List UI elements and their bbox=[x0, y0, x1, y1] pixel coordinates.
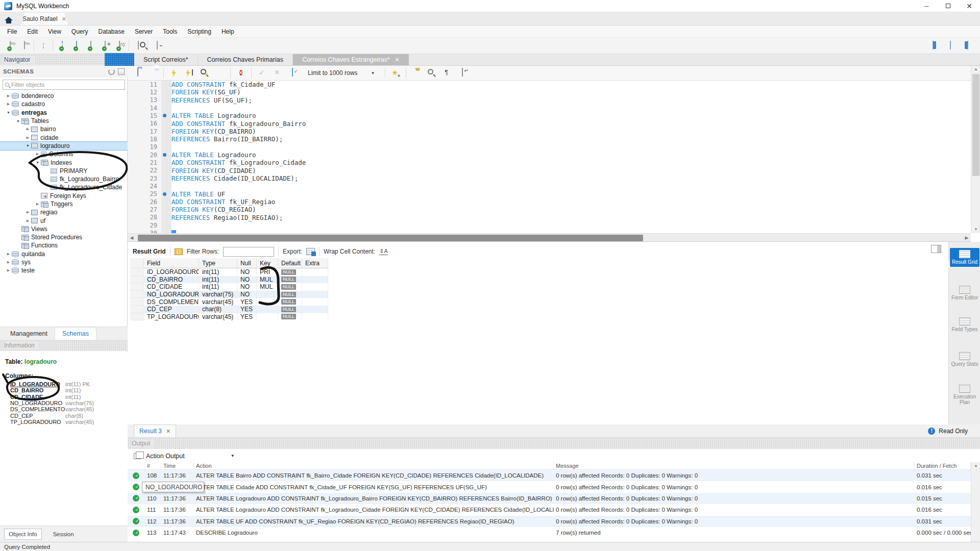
expander-icon[interactable] bbox=[34, 161, 41, 164]
toggle-right-sidebar-button[interactable] bbox=[961, 39, 975, 53]
collapse-schemas-icon[interactable] bbox=[118, 68, 125, 75]
cell-extra[interactable] bbox=[302, 283, 328, 291]
tree-item-triggers[interactable]: Triggers bbox=[0, 200, 128, 208]
column-header-type[interactable]: Type bbox=[199, 258, 237, 268]
cell-null[interactable]: NO bbox=[237, 283, 257, 291]
row-header[interactable] bbox=[130, 283, 144, 291]
editor-horizontal-scrollbar[interactable]: ◀ ▶ bbox=[128, 233, 971, 242]
menu-tools[interactable]: Tools bbox=[158, 26, 182, 37]
menu-edit[interactable]: Edit bbox=[22, 26, 43, 37]
cell-default[interactable]: NULL bbox=[278, 291, 302, 298]
result-tab-close-icon[interactable]: ✕ bbox=[166, 428, 170, 435]
tree-item-tables[interactable]: Tables bbox=[0, 117, 128, 125]
menu-view[interactable]: View bbox=[43, 26, 66, 37]
wrap-button[interactable] bbox=[455, 66, 470, 80]
scroll-down-icon[interactable]: ▼ bbox=[971, 226, 980, 233]
sidebar-field-types[interactable]: Field Types bbox=[950, 315, 979, 332]
menu-database[interactable]: Database bbox=[93, 26, 130, 37]
scroll-up-icon[interactable]: ▲ bbox=[971, 66, 980, 73]
output-row[interactable]: ✓10811:17:36ALTER TABLE Bairro ADD CONST… bbox=[128, 470, 971, 481]
refresh-schemas-icon[interactable] bbox=[108, 68, 115, 75]
toggle-stop-on-error-button[interactable] bbox=[234, 66, 248, 80]
sidebar-result-grid[interactable]: Result Grid bbox=[950, 248, 979, 267]
row-header[interactable] bbox=[130, 306, 144, 313]
schema-filter-input[interactable] bbox=[11, 82, 113, 88]
expander-icon[interactable] bbox=[24, 144, 31, 147]
cell-type[interactable]: int(11) bbox=[199, 268, 237, 276]
create-table-button[interactable] bbox=[69, 39, 84, 53]
cell-type[interactable]: char(8) bbox=[199, 306, 237, 313]
cell-default[interactable]: NULL bbox=[278, 313, 302, 321]
menu-help[interactable]: Help bbox=[216, 26, 239, 37]
output-vertical-scrollbar[interactable]: ▲ ▼ bbox=[971, 462, 980, 551]
expander-icon[interactable] bbox=[5, 268, 12, 272]
cell-field[interactable]: NO_LOGRADOURO bbox=[144, 291, 199, 298]
tree-item-fk-logradouro-cidade[interactable]: fk_Logradouro_Cidade bbox=[0, 183, 128, 191]
tab-object-info[interactable]: Object Info bbox=[4, 529, 42, 540]
filter-rows-input[interactable] bbox=[223, 247, 274, 257]
cell-key[interactable] bbox=[257, 306, 278, 313]
scroll-right-icon[interactable]: ▶ bbox=[963, 234, 971, 242]
sql-editor[interactable]: 11ADD CONSTRAINT fk_Cidade_UF12FOREIGN K… bbox=[128, 81, 971, 233]
tree-item-teste[interactable]: teste bbox=[0, 266, 128, 274]
tree-item-bairro[interactable]: bairro bbox=[0, 125, 128, 133]
maximize-button[interactable] bbox=[937, 0, 959, 12]
tree-item-quitanda[interactable]: quitanda bbox=[0, 250, 128, 258]
tree-item-cadastro[interactable]: cadastro bbox=[0, 100, 128, 108]
toggle-left-sidebar-button[interactable] bbox=[926, 39, 940, 53]
home-tab-button[interactable] bbox=[0, 12, 17, 25]
cell-null[interactable]: YES bbox=[237, 298, 257, 306]
expander-icon[interactable] bbox=[34, 202, 41, 206]
cell-null[interactable]: YES bbox=[237, 306, 257, 313]
tree-item-logradouro[interactable]: logradouro bbox=[0, 142, 128, 150]
tab-management[interactable]: Management bbox=[3, 327, 55, 340]
column-header-extra[interactable]: Extra bbox=[302, 258, 328, 268]
editor-scroll-thumb[interactable] bbox=[972, 74, 979, 176]
editor-tab-correios-chaves-estrangeiras-[interactable]: Correios Chaves Estrangeiras*✕ bbox=[293, 54, 409, 65]
save-script-button[interactable] bbox=[146, 66, 160, 80]
column-header-default[interactable]: Default bbox=[278, 258, 302, 268]
column-header-key[interactable]: Key bbox=[257, 258, 278, 268]
cell-key[interactable] bbox=[257, 313, 278, 321]
beautify-button[interactable] bbox=[388, 66, 403, 80]
result-tab[interactable]: Result 3 ✕ bbox=[134, 424, 176, 437]
cell-default[interactable]: NULL bbox=[278, 306, 302, 313]
export-icon[interactable] bbox=[306, 248, 315, 255]
search-table-data-button[interactable] bbox=[131, 39, 145, 53]
cell-default[interactable]: NULL bbox=[278, 276, 302, 284]
menu-scripting[interactable]: Scripting bbox=[182, 26, 216, 37]
cell-extra[interactable] bbox=[302, 268, 328, 276]
close-button[interactable]: ✕ bbox=[959, 0, 980, 12]
expander-icon[interactable] bbox=[5, 260, 12, 264]
tree-item-cidade[interactable]: cidade bbox=[0, 133, 128, 141]
limit-rows-select[interactable]: Limit to 1000 rows▼ bbox=[305, 68, 378, 78]
tree-item-regiao[interactable]: regiao bbox=[0, 208, 128, 216]
row-header[interactable] bbox=[130, 298, 144, 306]
cell-extra[interactable] bbox=[302, 313, 328, 321]
menu-query[interactable]: Query bbox=[66, 26, 93, 37]
menu-file[interactable]: File bbox=[2, 26, 22, 37]
connection-tab[interactable]: Saulo Rafael ✕ bbox=[17, 13, 71, 25]
create-procedure-button[interactable] bbox=[98, 39, 112, 53]
expander-icon[interactable] bbox=[24, 136, 31, 140]
cell-key[interactable]: MUL bbox=[257, 283, 278, 291]
cell-extra[interactable] bbox=[302, 276, 328, 284]
expander-icon[interactable] bbox=[24, 210, 31, 214]
explain-button[interactable] bbox=[198, 66, 212, 80]
cell-default[interactable]: NULL bbox=[278, 283, 302, 291]
tree-item-fk-logradouro-bairro[interactable]: fk_Logradouro_Bairro bbox=[0, 175, 128, 183]
toggle-bottom-panel-button[interactable] bbox=[943, 39, 958, 53]
column-header-field[interactable]: Field bbox=[144, 258, 199, 268]
output-row[interactable]: ✓11111:17:36ALTER TABLE Logradouro ADD C… bbox=[128, 504, 971, 515]
open-script-button[interactable] bbox=[131, 66, 145, 80]
sidebar-query-stats[interactable]: Query Stats bbox=[950, 350, 979, 367]
expander-icon[interactable] bbox=[5, 111, 12, 114]
cell-null[interactable]: NO bbox=[237, 291, 257, 298]
create-view-button[interactable] bbox=[84, 39, 98, 53]
clean-button[interactable] bbox=[409, 66, 424, 80]
tree-item-entregas[interactable]: entregas bbox=[0, 109, 128, 117]
cell-extra[interactable] bbox=[302, 298, 328, 306]
tree-item-functions[interactable]: Functions bbox=[0, 241, 128, 249]
action-output-select[interactable]: Action Output ▼ bbox=[146, 453, 235, 460]
cell-field[interactable]: ID_LOGRADOURO bbox=[144, 268, 199, 276]
